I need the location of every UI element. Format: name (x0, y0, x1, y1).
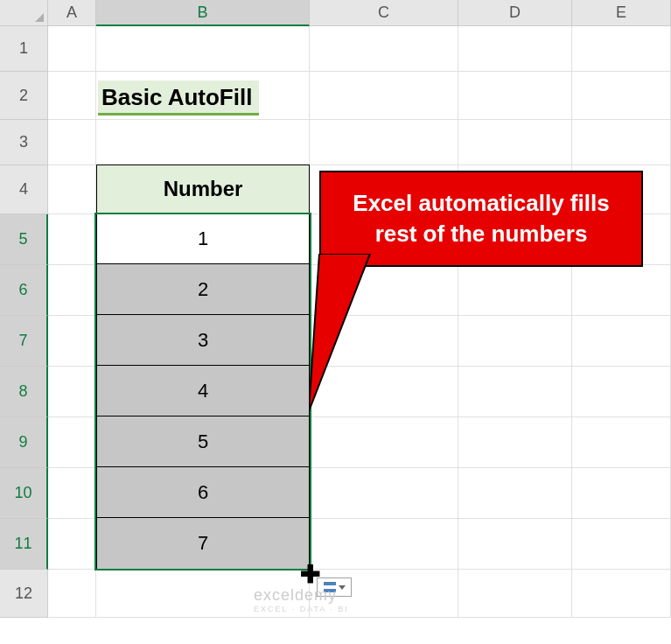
row-header-10[interactable]: 10 (0, 468, 48, 519)
callout-box: Excel automatically fills rest of the nu… (319, 171, 643, 267)
cell-E2[interactable] (572, 72, 671, 120)
cell-D7[interactable] (458, 316, 572, 367)
cell-E8[interactable] (572, 367, 671, 417)
row-header-12[interactable]: 12 (0, 570, 48, 618)
cell-A9[interactable] (48, 417, 96, 468)
column-header-A[interactable]: A (48, 0, 96, 26)
callout-tail-icon (309, 254, 414, 464)
callout: Excel automatically fills rest of the nu… (319, 171, 643, 267)
cell-A7[interactable] (48, 316, 96, 367)
row-header-1[interactable]: 1 (0, 26, 48, 72)
row-header-6[interactable]: 6 (0, 265, 48, 316)
cell-D11[interactable] (458, 519, 572, 570)
cell-A5[interactable] (48, 214, 96, 265)
column-header-D[interactable]: D (458, 0, 572, 26)
cell-C11[interactable] (310, 519, 458, 570)
select-all-corner[interactable] (0, 0, 48, 26)
cell-B12[interactable] (96, 570, 310, 618)
cell-A11[interactable] (48, 519, 96, 570)
cell-D3[interactable] (458, 120, 572, 165)
cell-A10[interactable] (48, 468, 96, 519)
cell-C3[interactable] (310, 120, 458, 165)
row-header-11[interactable]: 11 (0, 519, 48, 570)
callout-line1: Excel automatically fills (353, 190, 609, 216)
cell-E1[interactable] (572, 26, 671, 72)
svg-marker-0 (309, 254, 370, 411)
column-header-C[interactable]: C (310, 0, 458, 26)
cell-E12[interactable] (572, 570, 671, 618)
row-header-4[interactable]: 4 (0, 165, 48, 214)
cell-A6[interactable] (48, 265, 96, 316)
cell-A1[interactable] (48, 26, 96, 72)
cell-D2[interactable] (458, 72, 572, 120)
cell-B1[interactable] (96, 26, 310, 72)
callout-line2: rest of the numbers (375, 220, 588, 247)
row-header-5[interactable]: 5 (0, 214, 48, 265)
cell-E11[interactable] (572, 519, 671, 570)
table-row[interactable]: 4 (97, 366, 309, 416)
table-row[interactable]: 2 (97, 264, 309, 315)
cell-A12[interactable] (48, 570, 96, 618)
cell-D8[interactable] (458, 367, 572, 417)
cell-E10[interactable] (572, 468, 671, 519)
table-header[interactable]: Number (96, 164, 310, 214)
cell-A2[interactable] (48, 72, 96, 120)
cell-E7[interactable] (572, 316, 671, 367)
cell-D12[interactable] (458, 570, 572, 618)
row-header-2[interactable]: 2 (0, 72, 48, 120)
table-body: 1234567 (96, 214, 310, 570)
row-header-9[interactable]: 9 (0, 417, 48, 468)
autofill-icon (324, 582, 336, 592)
cell-C2[interactable] (310, 72, 458, 120)
cell-E9[interactable] (572, 417, 671, 468)
row-header-8[interactable]: 8 (0, 367, 48, 417)
spreadsheet: ABCDE 123456789101112 Basic AutoFill Num… (0, 0, 671, 644)
table-row[interactable]: 7 (97, 518, 309, 569)
table-row[interactable]: 5 (97, 416, 309, 467)
cell-A8[interactable] (48, 367, 96, 417)
table-row[interactable]: 1 (97, 214, 309, 264)
cell-D10[interactable] (458, 468, 572, 519)
column-header-E[interactable]: E (572, 0, 671, 26)
column-headers: ABCDE (48, 0, 671, 26)
cell-C10[interactable] (310, 468, 458, 519)
cell-D9[interactable] (458, 417, 572, 468)
number-table: Number 1234567 (96, 164, 310, 570)
autofill-options-button[interactable] (317, 578, 352, 597)
row-headers: 123456789101112 (0, 26, 48, 618)
table-row[interactable]: 3 (97, 315, 309, 366)
row-header-3[interactable]: 3 (0, 120, 48, 165)
cell-A3[interactable] (48, 120, 96, 165)
chevron-down-icon (339, 585, 346, 590)
cell-E6[interactable] (572, 265, 671, 316)
cell-C1[interactable] (310, 26, 458, 72)
cell-E3[interactable] (572, 120, 671, 165)
cell-D6[interactable] (458, 265, 572, 316)
title-cell[interactable]: Basic AutoFill (98, 80, 259, 116)
table-row[interactable]: 6 (97, 467, 309, 518)
cell-B3[interactable] (96, 120, 310, 165)
row-header-7[interactable]: 7 (0, 316, 48, 367)
cell-D1[interactable] (458, 26, 572, 72)
cell-A4[interactable] (48, 165, 96, 214)
column-header-B[interactable]: B (96, 0, 310, 26)
